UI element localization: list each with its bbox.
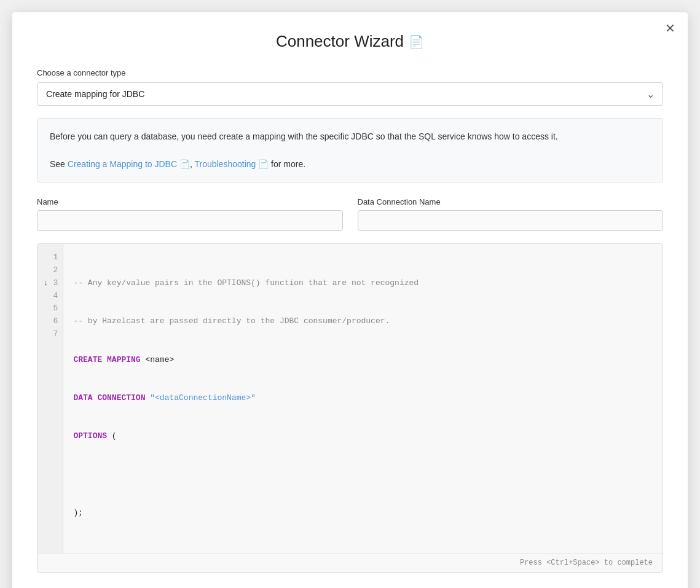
close-x-button[interactable]: ✕ [665, 22, 675, 34]
code-line-1: -- Any key/value pairs in the OPTIONS() … [73, 277, 653, 290]
connector-type-select-wrapper: Create mapping for JDBCCreate mapping fo… [37, 82, 663, 106]
troubleshooting-link[interactable]: Troubleshooting 📄 [194, 159, 269, 169]
line-numbers: 1 2 ↓ 3 4 5 6 7 [37, 244, 63, 552]
modal-title: Connector Wizard 📄 [37, 32, 663, 51]
data-connection-input[interactable] [358, 210, 664, 231]
connector-type-select[interactable]: Create mapping for JDBCCreate mapping fo… [37, 82, 663, 106]
data-connection-label: Data Connection Name [358, 197, 664, 206]
title-doc-icon: 📄 [409, 34, 424, 49]
link1-doc-icon: 📄 [179, 159, 190, 169]
name-label: Name [37, 197, 343, 206]
code-footer-hint: Press <Ctrl+Space> to complete [37, 553, 663, 572]
code-editor[interactable]: 1 2 ↓ 3 4 5 6 7 -- Any key/value pairs i… [37, 243, 663, 572]
code-line-6 [73, 469, 653, 482]
creating-mapping-link[interactable]: Creating a Mapping to JDBC 📄 [68, 159, 190, 169]
code-line-7: ); [73, 507, 653, 520]
link2-doc-icon: 📄 [258, 159, 269, 169]
code-line-3: CREATE MAPPING <name> [73, 354, 653, 367]
code-editor-body: 1 2 ↓ 3 4 5 6 7 -- Any key/value pairs i… [37, 244, 663, 552]
connector-wizard-modal: ✕ Connector Wizard 📄 Choose a connector … [12, 12, 688, 588]
connector-type-label: Choose a connector type [37, 68, 663, 77]
code-line-5: OPTIONS ( [73, 430, 653, 443]
code-line-4: DATA CONNECTION "<dataConnectionName>" [73, 392, 653, 405]
code-line-2: -- by Hazelcast are passed directly to t… [73, 315, 653, 328]
code-content[interactable]: -- Any key/value pairs in the OPTIONS() … [63, 244, 663, 552]
data-connection-field-group: Data Connection Name [358, 197, 664, 231]
name-input[interactable] [37, 210, 343, 231]
info-box: Before you can query a database, you nee… [37, 118, 663, 182]
name-field-group: Name [37, 197, 343, 231]
fields-row: Name Data Connection Name [37, 197, 663, 231]
